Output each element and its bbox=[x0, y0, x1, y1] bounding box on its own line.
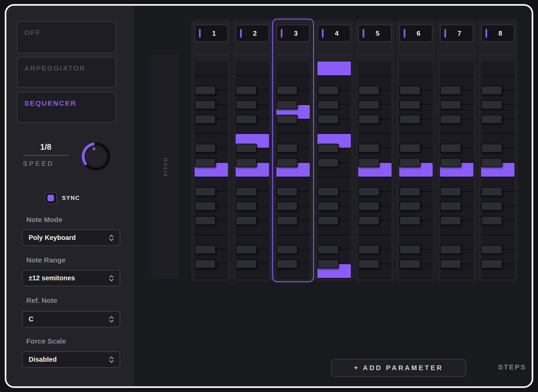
black-key-Asharp-2[interactable] bbox=[440, 86, 461, 95]
black-key-Asharp-2[interactable] bbox=[236, 86, 257, 95]
black-key-Gsharp-3[interactable] bbox=[195, 100, 216, 109]
black-key-Csharp-14[interactable] bbox=[399, 259, 421, 269]
black-key-Gsharp-3[interactable] bbox=[481, 100, 502, 109]
black-key-Dsharp-6[interactable] bbox=[440, 144, 461, 153]
black-key-Dsharp-13[interactable] bbox=[195, 245, 216, 254]
black-key-Csharp-14[interactable] bbox=[358, 259, 379, 269]
black-key-Fsharp-11[interactable] bbox=[236, 216, 257, 225]
black-key-Asharp-9[interactable] bbox=[276, 187, 298, 196]
black-key-Gsharp-3[interactable] bbox=[358, 100, 379, 109]
step-header-button-4[interactable]: 4 bbox=[317, 25, 351, 42]
black-key-Csharp-7[interactable] bbox=[195, 158, 216, 167]
black-key-Fsharp-4[interactable] bbox=[399, 115, 421, 124]
white-key-C-1[interactable] bbox=[440, 62, 473, 75]
black-key-Fsharp-4[interactable] bbox=[195, 115, 216, 124]
black-key-Fsharp-4[interactable] bbox=[358, 115, 379, 124]
black-key-Csharp-7[interactable] bbox=[440, 158, 461, 167]
black-key-Asharp-9[interactable] bbox=[317, 187, 339, 196]
white-key-C-1[interactable] bbox=[481, 62, 514, 75]
black-key-Asharp-9[interactable] bbox=[399, 187, 421, 196]
black-key-Dsharp-6[interactable] bbox=[236, 144, 257, 153]
black-key-Gsharp-10[interactable] bbox=[358, 202, 379, 211]
step-header-button-7[interactable]: 7 bbox=[440, 25, 473, 42]
black-key-Dsharp-6[interactable] bbox=[317, 144, 339, 153]
black-key-Asharp-9[interactable] bbox=[440, 187, 461, 196]
black-key-Asharp-9[interactable] bbox=[481, 187, 502, 196]
black-key-Asharp-2[interactable] bbox=[481, 86, 502, 95]
black-key-Dsharp-13[interactable] bbox=[236, 245, 257, 254]
black-key-Gsharp-10[interactable] bbox=[399, 202, 421, 211]
step-header-button-8[interactable]: 8 bbox=[481, 25, 514, 42]
step-header-button-1[interactable]: 1 bbox=[195, 25, 228, 42]
black-key-Asharp-2[interactable] bbox=[276, 86, 298, 95]
black-key-Csharp-7[interactable] bbox=[358, 158, 379, 167]
step-header-button-3[interactable]: 3 bbox=[276, 25, 310, 42]
white-key-C-1[interactable] bbox=[358, 62, 392, 75]
black-key-Csharp-7[interactable] bbox=[481, 158, 502, 167]
black-key-Gsharp-3[interactable] bbox=[236, 100, 257, 109]
black-key-Dsharp-13[interactable] bbox=[481, 245, 502, 254]
black-key-Fsharp-11[interactable] bbox=[399, 216, 421, 225]
black-key-Asharp-2[interactable] bbox=[195, 86, 216, 95]
black-key-Fsharp-4[interactable] bbox=[317, 115, 339, 124]
black-key-Asharp-2[interactable] bbox=[358, 86, 379, 95]
note-range-dropdown[interactable]: ±12 semitones bbox=[22, 270, 120, 286]
speed-knob[interactable] bbox=[79, 140, 113, 173]
black-key-Csharp-14[interactable] bbox=[276, 259, 298, 269]
steps-decrement-button[interactable] bbox=[532, 359, 533, 376]
black-key-Dsharp-6[interactable] bbox=[195, 144, 216, 153]
black-key-Dsharp-6[interactable] bbox=[399, 144, 421, 153]
ref-note-dropdown[interactable]: C bbox=[22, 311, 120, 327]
sync-checkbox[interactable] bbox=[45, 192, 57, 204]
black-key-Gsharp-3[interactable] bbox=[440, 100, 461, 109]
mode-button-off[interactable]: OFF bbox=[17, 21, 116, 54]
black-key-Csharp-14[interactable] bbox=[317, 259, 339, 269]
black-key-Fsharp-11[interactable] bbox=[317, 216, 339, 225]
black-key-Gsharp-10[interactable] bbox=[481, 202, 502, 211]
black-key-Asharp-2[interactable] bbox=[317, 86, 339, 95]
black-key-Gsharp-3[interactable] bbox=[399, 100, 421, 109]
white-key-C-1[interactable] bbox=[236, 62, 269, 75]
black-key-Dsharp-13[interactable] bbox=[440, 245, 461, 254]
step-header-button-5[interactable]: 5 bbox=[358, 25, 392, 42]
black-key-Csharp-7[interactable] bbox=[317, 158, 339, 167]
step-header-button-2[interactable]: 2 bbox=[236, 25, 269, 42]
black-key-Fsharp-11[interactable] bbox=[481, 216, 502, 225]
white-key-C-1-active[interactable] bbox=[317, 62, 351, 75]
black-key-Gsharp-3[interactable] bbox=[317, 100, 339, 109]
black-key-Csharp-7[interactable] bbox=[276, 158, 298, 167]
black-key-Fsharp-4[interactable] bbox=[236, 115, 257, 124]
black-key-Dsharp-6[interactable] bbox=[481, 144, 502, 153]
black-key-Csharp-14[interactable] bbox=[236, 259, 257, 269]
black-key-Dsharp-13[interactable] bbox=[317, 245, 339, 254]
black-key-Csharp-14[interactable] bbox=[481, 259, 502, 269]
note-mode-dropdown[interactable]: Poly Keyboard bbox=[22, 229, 120, 246]
black-key-Gsharp-10[interactable] bbox=[317, 202, 339, 211]
white-key-C-1[interactable] bbox=[195, 62, 228, 75]
black-key-Csharp-14[interactable] bbox=[440, 259, 461, 269]
black-key-Asharp-2[interactable] bbox=[399, 86, 421, 95]
black-key-Fsharp-11[interactable] bbox=[440, 216, 461, 225]
force-scale-dropdown[interactable]: Disabled bbox=[22, 351, 120, 368]
black-key-Csharp-7[interactable] bbox=[399, 158, 421, 167]
black-key-Fsharp-4[interactable] bbox=[440, 115, 461, 124]
mode-button-arpeggiator[interactable]: ARPEGGIATOR bbox=[17, 57, 116, 88]
black-key-Csharp-7[interactable] bbox=[236, 158, 257, 167]
white-key-C-1[interactable] bbox=[276, 62, 310, 75]
black-key-Gsharp-10[interactable] bbox=[236, 202, 257, 211]
black-key-Dsharp-6[interactable] bbox=[358, 144, 379, 153]
black-key-Dsharp-13[interactable] bbox=[276, 245, 298, 254]
step-header-button-6[interactable]: 6 bbox=[399, 25, 433, 42]
black-key-Gsharp-3[interactable] bbox=[276, 100, 298, 109]
black-key-Fsharp-11[interactable] bbox=[358, 216, 379, 225]
black-key-Gsharp-10[interactable] bbox=[440, 202, 461, 211]
white-key-C-1[interactable] bbox=[399, 62, 433, 75]
black-key-Asharp-9[interactable] bbox=[236, 187, 257, 196]
mode-button-sequencer[interactable]: SEQUENCER bbox=[17, 92, 116, 123]
black-key-Fsharp-4[interactable] bbox=[481, 115, 502, 124]
black-key-Dsharp-13[interactable] bbox=[358, 245, 379, 254]
black-key-Fsharp-11[interactable] bbox=[195, 216, 216, 225]
black-key-Asharp-9[interactable] bbox=[195, 187, 216, 196]
black-key-Dsharp-6[interactable] bbox=[276, 144, 298, 153]
black-key-Csharp-14[interactable] bbox=[195, 259, 216, 269]
